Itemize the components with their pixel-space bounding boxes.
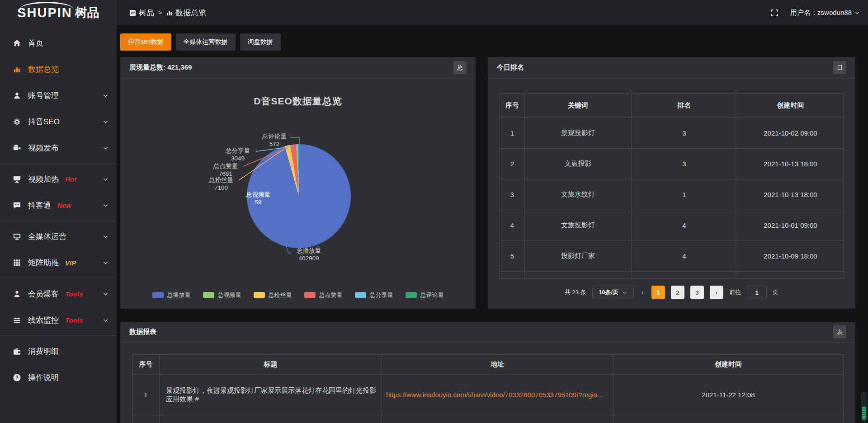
sidebar-item-douketong[interactable]: 抖客通 New <box>0 192 117 218</box>
video-link[interactable]: https://www.iesdouyin.com/share/video/70… <box>386 391 604 399</box>
sidebar-item-matrix-boost[interactable]: 矩阵助推 VIP <box>0 249 117 276</box>
sidebar-item-omnimedia[interactable]: 全媒体运营 <box>0 223 117 249</box>
topbar-right: 用户名：zswodun88 <box>771 9 868 17</box>
username-label: 用户名：zswodun88 <box>790 9 852 17</box>
cell-rank: 4 <box>632 241 737 272</box>
chevron-down-icon <box>103 145 108 151</box>
legend-item-videos[interactable]: 总视频量 <box>203 291 241 299</box>
legend-item-comments[interactable]: 总评论量 <box>406 291 444 299</box>
sidebar-item-label: 全媒体运营 <box>28 231 66 242</box>
table-header-row: 序号 关键词 排名 创建时间 <box>500 94 844 118</box>
table-row: 2 文旅投影 3 2021-10-13 18:00 <box>500 149 844 179</box>
cell-created: 2021-11-22 12:08 <box>613 375 844 415</box>
pie-label-value: 572 <box>258 140 291 148</box>
report-panel: 数据报表 表 序号 标题 地址 创建时间 1 景观投影灯，夜游景观投影灯厂家展示… <box>120 322 855 423</box>
sidebar-item-data-overview[interactable]: 数据总览 <box>0 56 117 82</box>
table-row: 5 投影灯厂家 4 2021-10-09 18:00 <box>500 241 844 272</box>
sidebar-item-account[interactable]: 账号管理 <box>0 82 117 108</box>
ranking-panel-header: 今日排名 日 <box>488 57 855 79</box>
wallet-icon <box>12 347 21 356</box>
pagination-total: 共 23 条 <box>565 288 586 296</box>
pie-label-plays: 总播放量 402909 <box>292 247 326 262</box>
pie-label-value: 7100 <box>204 184 238 192</box>
gear-icon <box>12 118 21 126</box>
breadcrumb-root[interactable]: 树品 <box>129 8 154 18</box>
legend-label: 总点赞量 <box>319 291 343 299</box>
sidebar-item-home[interactable]: 首页 <box>0 30 117 56</box>
goto-page-input[interactable] <box>747 286 767 299</box>
next-page-button[interactable]: › <box>710 286 723 299</box>
vip-badge: VIP <box>65 259 76 267</box>
tab-inquiry-data[interactable]: 询盘数据 <box>240 33 281 51</box>
question-circle-icon: ? <box>12 373 21 382</box>
table-row: 3 文旅水纹灯 1 2021-10-13 18:00 <box>500 179 844 210</box>
cell-keyword: 景观投影灯 <box>525 118 632 149</box>
page-size-select[interactable]: 10条/页 <box>592 286 634 299</box>
pie-label-value: 3049 <box>221 155 255 162</box>
scrollbar-thumb[interactable] <box>862 406 866 420</box>
legend-swatch <box>152 292 164 298</box>
monitor-play-icon <box>12 175 21 183</box>
page-button-2[interactable]: 2 <box>671 286 684 299</box>
chevron-down-icon <box>103 234 108 240</box>
logo[interactable]: SHUPIN 树品 <box>0 0 117 25</box>
cell-index: 1 <box>500 118 525 149</box>
cell-index: 5 <box>500 241 525 272</box>
breadcrumb-root-label: 树品 <box>139 8 154 18</box>
logo-arc <box>20 2 73 9</box>
sidebar-divider <box>0 278 117 278</box>
breadcrumb-current[interactable]: 数据总览 <box>166 8 206 18</box>
pie-label-name: 总点赞量 <box>213 163 238 169</box>
ranking-panel: 今日排名 日 序号 关键词 排名 创建时间 <box>488 57 855 309</box>
home-icon <box>12 39 21 47</box>
cell-rank: 1 <box>632 179 737 210</box>
sidebar-item-lead-monitor[interactable]: 线索监控 Tools <box>0 307 117 333</box>
sidebar-item-video-publish[interactable]: 视频发布 <box>0 135 117 161</box>
main-content: 抖音seo数据 全媒体运营数据 询盘数据 展现量总数: 421,369 总 D音… <box>117 25 868 423</box>
tab-omnimedia-data[interactable]: 全媒体运营数据 <box>176 33 236 51</box>
overview-corner-button[interactable]: 总 <box>453 61 467 74</box>
column-header-rank: 排名 <box>632 94 737 118</box>
legend-swatch <box>304 292 316 298</box>
cell-keyword: 文旅水纹灯 <box>525 179 632 210</box>
report-corner-button[interactable]: 表 <box>833 325 846 338</box>
prev-page-button[interactable]: ‹ <box>640 288 646 296</box>
sidebar-item-consumption[interactable]: 消费明细 <box>0 338 117 364</box>
logo-text-cn: 树品 <box>75 5 99 21</box>
column-header-keyword: 关键词 <box>525 94 632 118</box>
legend-item-shares[interactable]: 总分享量 <box>355 291 393 299</box>
chevron-down-icon <box>622 290 627 295</box>
legend-label: 总评论量 <box>420 291 444 299</box>
pie-label-name: 总视频量 <box>246 191 270 198</box>
chart-legend: 总播放量 总视频量 总粉丝量 总点赞量 <box>120 291 476 299</box>
legend-swatch <box>406 292 417 298</box>
member-icon <box>12 290 21 298</box>
tab-douyin-seo[interactable]: 抖音seo数据 <box>120 33 171 51</box>
legend-item-likes[interactable]: 总点赞量 <box>304 291 343 299</box>
page-button-1[interactable]: 1 <box>651 286 665 299</box>
legend-label: 总视频量 <box>218 291 241 299</box>
sidebar-item-label: 矩阵助推 <box>28 258 59 268</box>
column-header-index: 序号 <box>500 94 525 118</box>
cell-created: 2021-10-02 09:00 <box>737 118 844 149</box>
user-menu[interactable]: 用户名：zswodun88 <box>790 9 860 17</box>
sidebar-item-label: 消费明细 <box>28 346 59 357</box>
table-row: 1 景观投影灯 3 2021-10-02 09:00 <box>500 118 844 149</box>
bar-chart-icon <box>12 65 21 74</box>
sidebar-item-member-burst[interactable]: 会员爆客 Tools <box>0 281 117 307</box>
sidebar-item-douyin-seo[interactable]: 抖音SEO <box>0 108 117 135</box>
sidebar-item-video-heat[interactable]: 视频加热 Hot <box>0 166 117 192</box>
sidebar-item-help[interactable]: ? 操作说明 <box>0 364 117 390</box>
sidebar-divider <box>0 335 117 336</box>
breadcrumb-current-label: 数据总览 <box>175 8 206 18</box>
ranking-corner-button[interactable]: 日 <box>833 61 846 74</box>
page-button-3[interactable]: 3 <box>690 286 704 299</box>
legend-item-fans[interactable]: 总粉丝量 <box>254 291 292 299</box>
chat-icon <box>12 201 21 210</box>
fullscreen-icon[interactable] <box>771 9 778 17</box>
report-panel-header: 数据报表 表 <box>120 322 855 343</box>
grid-icon <box>12 258 21 267</box>
table-row: 1 景观投影灯，夜游景观投影灯厂家展示展示落花灯在花园里的灯光投影应用效果 # … <box>132 375 844 415</box>
legend-item-plays[interactable]: 总播放量 <box>152 291 191 299</box>
sidebar-item-label: 账号管理 <box>28 90 59 101</box>
